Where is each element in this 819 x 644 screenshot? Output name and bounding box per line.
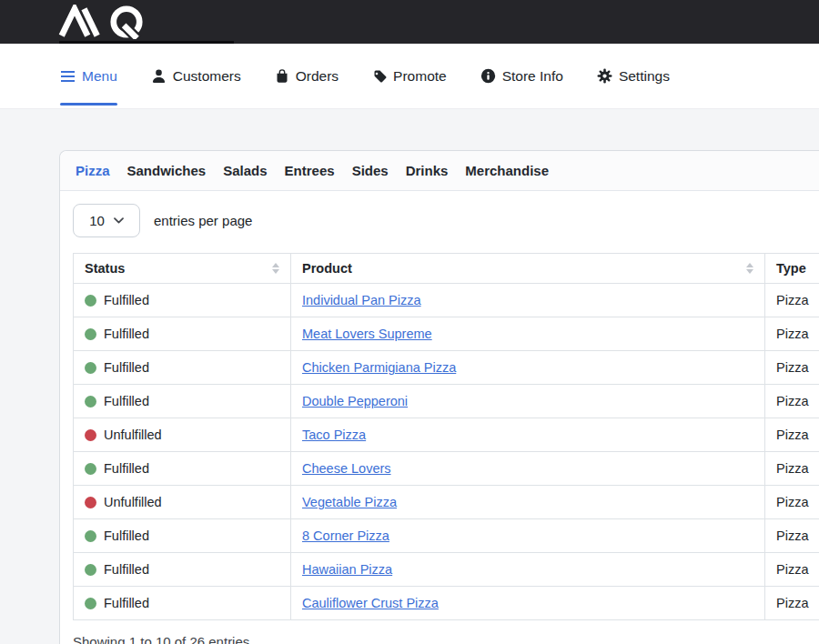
product-link[interactable]: Vegetable Pizza <box>302 495 397 509</box>
status-label: Fulfilled <box>104 527 149 545</box>
info-icon <box>480 68 496 84</box>
product-link[interactable]: Cauliflower Crust Pizza <box>302 596 439 610</box>
entries-per-page-value: 10 <box>89 213 105 228</box>
nav-item-menu[interactable]: Menu <box>60 44 117 108</box>
column-header-label: Product <box>302 261 352 276</box>
tag-icon <box>372 69 387 84</box>
type-cell: Pizza <box>765 317 819 351</box>
product-link[interactable]: Double Pepperoni <box>302 394 408 408</box>
card-body: 10 entries per page Status Product <box>60 191 819 644</box>
type-cell: Pizza <box>765 385 819 418</box>
table-row: Fulfilled Cauliflower Crust Pizza Pizza <box>74 587 819 620</box>
tab-entrees[interactable]: Entrees <box>285 163 335 178</box>
nav-item-label: Promote <box>393 68 447 85</box>
table-row: Fulfilled Hawaiian Pizza Pizza <box>74 553 819 587</box>
table-row: Fulfilled 8 Corner Pizza Pizza <box>74 519 819 553</box>
nav-item-store-info[interactable]: Store Info <box>480 44 563 108</box>
bag-icon <box>275 68 289 84</box>
type-cell: Pizza <box>765 452 819 486</box>
column-header-status[interactable]: Status <box>74 254 291 284</box>
product-link[interactable]: Chicken Parmigiana Pizza <box>302 360 456 375</box>
status-dot <box>85 396 96 408</box>
chevron-down-icon <box>114 217 124 224</box>
type-cell: Pizza <box>765 351 819 385</box>
table-row: Unfulfilled Taco Pizza Pizza <box>74 418 819 452</box>
status-label: Unfulfilled <box>104 493 162 511</box>
person-icon <box>151 68 167 84</box>
tab-sandwiches[interactable]: Sandwiches <box>127 163 207 178</box>
product-link[interactable]: Meat Lovers Supreme <box>302 327 432 341</box>
nav-item-promote[interactable]: Promote <box>372 44 447 108</box>
status-dot <box>85 598 96 609</box>
status-dot <box>85 497 96 508</box>
tab-merchandise[interactable]: Merchandise <box>465 163 549 178</box>
status-dot <box>85 564 96 576</box>
nav-item-label: Menu <box>82 68 117 85</box>
nav-item-label: Customers <box>173 68 241 85</box>
table-row: Fulfilled Individual Pan Pizza Pizza <box>74 284 819 317</box>
product-link[interactable]: Taco Pizza <box>302 428 366 442</box>
table-row: Unfulfilled Vegetable Pizza Pizza <box>74 486 819 519</box>
product-link[interactable]: 8 Corner Pizza <box>302 528 389 543</box>
brand-logo <box>56 5 162 43</box>
gear-icon <box>597 68 612 84</box>
status-label: Fulfilled <box>104 358 149 377</box>
product-link[interactable]: Hawaiian Pizza <box>302 562 392 577</box>
products-table: Status Product Type Fulfilled Individual… <box>73 253 819 620</box>
nav-item-label: Orders <box>296 68 339 85</box>
type-cell: Pizza <box>765 519 819 553</box>
type-cell: Pizza <box>765 486 819 519</box>
product-link[interactable]: Individual Pan Pizza <box>302 293 421 307</box>
tab-salads[interactable]: Salads <box>223 163 267 178</box>
status-label: Fulfilled <box>104 325 149 343</box>
status-label: Fulfilled <box>104 392 149 410</box>
tab-pizza[interactable]: Pizza <box>76 163 110 178</box>
nav-item-customers[interactable]: Customers <box>151 44 241 108</box>
main-content: Pizza Sandwiches Salads Entrees Sides Dr… <box>0 109 819 644</box>
type-cell: Pizza <box>765 284 819 317</box>
status-dot <box>85 530 96 542</box>
app-header <box>0 0 819 44</box>
type-cell: Pizza <box>765 587 819 620</box>
status-label: Unfulfilled <box>104 426 162 444</box>
status-dot <box>85 295 96 307</box>
menu-card: Pizza Sandwiches Salads Entrees Sides Dr… <box>59 150 819 644</box>
tab-drinks[interactable]: Drinks <box>406 163 449 178</box>
sort-icon <box>746 263 753 274</box>
column-header-product[interactable]: Product <box>291 254 765 284</box>
nav-item-label: Settings <box>619 68 670 85</box>
product-link[interactable]: Cheese Lovers <box>302 461 391 476</box>
status-dot <box>85 429 96 441</box>
entries-per-page-label: entries per page <box>154 213 252 228</box>
showing-entries-text: Showing 1 to 10 of 26 entries <box>73 634 819 644</box>
entries-row: 10 entries per page <box>73 204 819 237</box>
status-label: Fulfilled <box>104 560 149 579</box>
status-dot <box>85 463 96 475</box>
status-label: Fulfilled <box>104 459 149 478</box>
entries-per-page-select[interactable]: 10 <box>73 204 140 237</box>
status-dot <box>85 362 96 374</box>
type-cell: Pizza <box>765 418 819 452</box>
table-row: Fulfilled Chicken Parmigiana Pizza Pizza <box>74 351 819 385</box>
table-row: Fulfilled Meat Lovers Supreme Pizza <box>74 317 819 351</box>
status-label: Fulfilled <box>104 594 149 612</box>
hamburger-icon <box>60 70 76 83</box>
tab-sides[interactable]: Sides <box>352 163 389 178</box>
status-dot <box>85 328 96 340</box>
status-label: Fulfilled <box>104 291 149 309</box>
nav-item-orders[interactable]: Orders <box>275 44 339 108</box>
nav-item-label: Store Info <box>502 68 563 85</box>
primary-nav: Menu Customers Orders Promote Store Info <box>0 44 819 109</box>
category-tabs: Pizza Sandwiches Salads Entrees Sides Dr… <box>60 151 819 191</box>
column-header-label: Type <box>776 261 806 276</box>
table-row: Fulfilled Cheese Lovers Pizza <box>74 452 819 486</box>
type-cell: Pizza <box>765 553 819 587</box>
table-header-row: Status Product Type <box>74 254 819 284</box>
nav-item-settings[interactable]: Settings <box>597 44 670 108</box>
column-header-label: Status <box>85 261 125 276</box>
sort-icon <box>272 263 279 274</box>
column-header-type[interactable]: Type <box>765 254 819 284</box>
table-row: Fulfilled Double Pepperoni Pizza <box>74 385 819 418</box>
brand-logo-icon <box>56 5 162 39</box>
